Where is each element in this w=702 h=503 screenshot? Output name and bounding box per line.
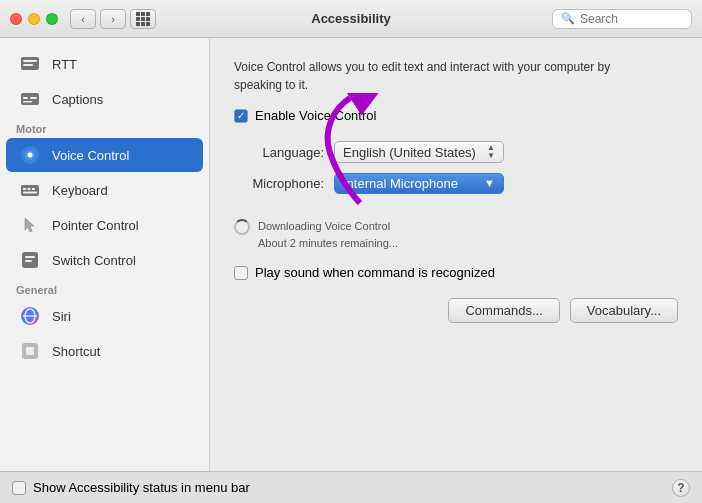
svg-rect-2 (23, 64, 33, 66)
sidebar-item-rtt-label: RTT (52, 57, 77, 72)
maximize-button[interactable] (46, 13, 58, 25)
sidebar-item-shortcut-label: Shortcut (52, 344, 100, 359)
pointer-control-icon (18, 213, 42, 237)
svg-rect-17 (25, 256, 35, 258)
sidebar-item-voice-control[interactable]: Voice Control (6, 138, 203, 172)
spinner-icon (234, 219, 250, 235)
search-input[interactable] (580, 12, 683, 26)
bottom-bar: Show Accessibility status in menu bar ? (0, 471, 702, 503)
downloading-info: Downloading Voice Control About 2 minute… (258, 218, 398, 251)
show-status-label: Show Accessibility status in menu bar (33, 480, 250, 495)
enable-voice-control-checkbox[interactable]: ✓ (234, 109, 248, 123)
sidebar-item-shortcut[interactable]: Shortcut (6, 334, 203, 368)
traffic-lights (10, 13, 58, 25)
enable-row: ✓ Enable Voice Control (234, 108, 678, 123)
svg-rect-4 (23, 97, 28, 99)
svg-rect-10 (21, 185, 39, 196)
downloading-subtitle: About 2 minutes remaining... (258, 235, 398, 252)
language-arrows: ▲ ▼ (487, 144, 495, 160)
svg-rect-14 (23, 192, 37, 194)
keyboard-icon (18, 178, 42, 202)
sidebar-item-siri-label: Siri (52, 309, 71, 324)
sidebar: RTT Captions Motor (0, 38, 210, 471)
language-value: English (United States) (343, 145, 476, 160)
svg-rect-13 (32, 188, 35, 190)
svg-rect-5 (30, 97, 37, 99)
vocabulary-button[interactable]: Vocabulary... (570, 298, 678, 323)
help-button[interactable]: ? (672, 479, 690, 497)
switch-control-icon (18, 248, 42, 272)
sidebar-item-keyboard-label: Keyboard (52, 183, 108, 198)
window-title: Accessibility (311, 11, 391, 26)
actions-row: Commands... Vocabulary... (234, 298, 678, 323)
shortcut-icon (18, 339, 42, 363)
svg-rect-6 (23, 101, 32, 103)
svg-rect-3 (21, 93, 39, 105)
microphone-value: Internal Microphone (343, 176, 458, 191)
commands-button[interactable]: Commands... (448, 298, 559, 323)
sidebar-item-siri[interactable]: Siri (6, 299, 203, 333)
search-bar[interactable]: 🔍 (552, 9, 692, 29)
downloading-section: Downloading Voice Control About 2 minute… (234, 218, 678, 251)
sidebar-item-switch-control[interactable]: Switch Control (6, 243, 203, 277)
sidebar-item-captions-label: Captions (52, 92, 103, 107)
captions-icon (18, 87, 42, 111)
svg-rect-0 (21, 57, 39, 70)
title-bar: ‹ › Accessibility 🔍 (0, 0, 702, 38)
content-area: Voice Control allows you to edit text an… (210, 38, 702, 471)
grid-view-button[interactable] (130, 9, 156, 29)
microphone-select[interactable]: Internal Microphone ▼ (334, 173, 504, 194)
sidebar-item-pointer-control-label: Pointer Control (52, 218, 139, 233)
forward-button[interactable]: › (100, 9, 126, 29)
sidebar-item-voice-control-label: Voice Control (52, 148, 129, 163)
play-sound-label: Play sound when command is recognized (255, 265, 495, 280)
sound-row: Play sound when command is recognized (234, 265, 678, 280)
sidebar-item-keyboard[interactable]: Keyboard (6, 173, 203, 207)
arrow-down-icon: ▼ (487, 152, 495, 160)
rtt-icon (18, 52, 42, 76)
general-section-label: General (0, 278, 209, 298)
microphone-label: Microphone: (234, 176, 324, 191)
language-row: Language: English (United States) ▲ ▼ (234, 141, 678, 163)
sidebar-item-switch-control-label: Switch Control (52, 253, 136, 268)
svg-rect-23 (26, 347, 34, 355)
grid-icon (136, 12, 150, 26)
microphone-arrow-down-icon: ▼ (484, 178, 495, 189)
svg-rect-12 (28, 188, 31, 190)
svg-point-9 (28, 153, 33, 158)
downloading-title: Downloading Voice Control (258, 218, 398, 235)
close-button[interactable] (10, 13, 22, 25)
main-container: RTT Captions Motor (0, 38, 702, 471)
back-button[interactable]: ‹ (70, 9, 96, 29)
motor-section-label: Motor (0, 117, 209, 137)
siri-icon (18, 304, 42, 328)
sidebar-item-rtt[interactable]: RTT (6, 47, 203, 81)
svg-rect-1 (23, 60, 37, 62)
play-sound-checkbox[interactable] (234, 266, 248, 280)
language-select[interactable]: English (United States) ▲ ▼ (334, 141, 504, 163)
svg-marker-15 (25, 218, 34, 232)
microphone-row: Microphone: Internal Microphone ▼ (234, 173, 678, 194)
form-rows: Language: English (United States) ▲ ▼ Mi… (234, 141, 678, 194)
bottom-left: Show Accessibility status in menu bar (12, 480, 250, 495)
search-icon: 🔍 (561, 12, 575, 25)
description-text: Voice Control allows you to edit text an… (234, 58, 614, 94)
minimize-button[interactable] (28, 13, 40, 25)
sidebar-item-pointer-control[interactable]: Pointer Control (6, 208, 203, 242)
svg-rect-11 (23, 188, 26, 190)
sidebar-item-captions[interactable]: Captions (6, 82, 203, 116)
voice-control-icon (18, 143, 42, 167)
show-status-checkbox[interactable] (12, 481, 26, 495)
nav-buttons: ‹ › (70, 9, 126, 29)
language-label: Language: (234, 145, 324, 160)
checkmark-icon: ✓ (237, 111, 245, 121)
svg-rect-18 (25, 260, 32, 262)
enable-voice-control-label: Enable Voice Control (255, 108, 376, 123)
